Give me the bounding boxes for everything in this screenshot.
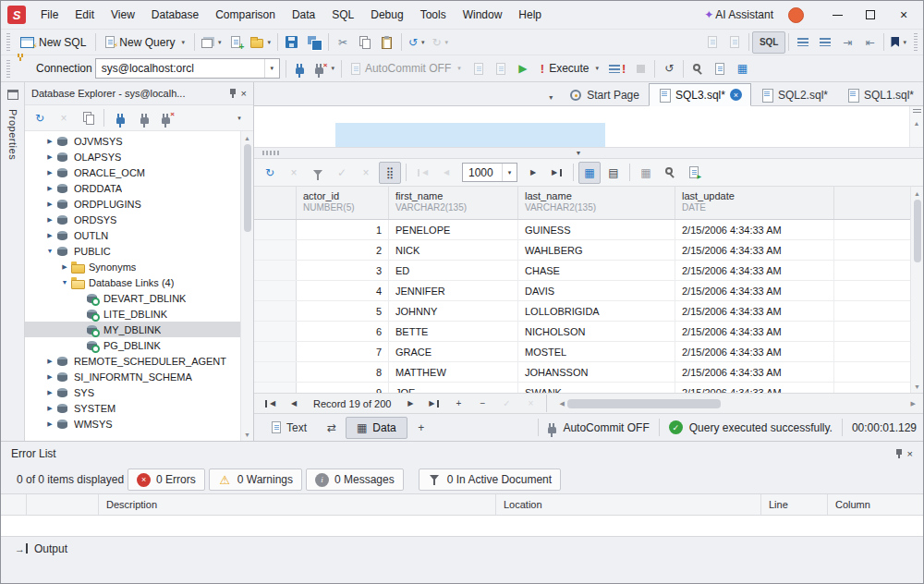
swap-view-button[interactable]: ⇄ xyxy=(321,417,343,439)
cell-actor-id[interactable]: 6 xyxy=(297,322,389,341)
rollback-button[interactable] xyxy=(490,57,512,79)
data-refresh-button[interactable]: ↻ xyxy=(259,162,281,184)
dropdown-arrow-icon[interactable]: ▾ xyxy=(595,65,599,72)
description-column[interactable]: Description xyxy=(99,494,496,515)
new-window-button[interactable]: ▾ xyxy=(198,31,225,54)
row-selector[interactable] xyxy=(254,362,297,382)
tree-item[interactable]: ▶ ORDDATA xyxy=(25,180,240,196)
toolbar-grip[interactable] xyxy=(914,33,918,51)
column-header-first-name[interactable]: first_name VARCHAR2(135) xyxy=(389,187,518,219)
splitter-grip-icon[interactable] xyxy=(262,151,279,155)
scroll-up-icon[interactable]: ▲ xyxy=(910,116,923,129)
last-record-button[interactable]: ▶ xyxy=(423,396,445,411)
cancel-edit-button[interactable]: × xyxy=(519,396,541,411)
cell-last-update[interactable]: 2/15/2006 4:34:33 AM xyxy=(675,322,834,341)
cut-button[interactable]: ✂ xyxy=(332,31,354,54)
explorer-scrollbar[interactable]: ▲ ▼ xyxy=(240,131,253,441)
cell-first-name[interactable]: GRACE xyxy=(389,342,518,361)
scroll-right-icon[interactable]: ▶ xyxy=(908,400,918,408)
tree-item[interactable]: ▶ ORDSYS xyxy=(25,212,240,227)
run-button[interactable]: ▶ xyxy=(512,57,534,79)
cell-actor-id[interactable]: 9 xyxy=(297,383,389,393)
document-tab[interactable]: SQL1.sql* × xyxy=(837,83,923,106)
dropdown-arrow-icon[interactable]: ▾ xyxy=(445,39,449,46)
document-tab[interactable]: SQL3.sql* × xyxy=(649,83,751,106)
grid-corner-cell[interactable] xyxy=(254,187,297,219)
tree-item[interactable]: MY_DBLINK xyxy=(25,322,240,337)
cell-last-name[interactable]: LOLLOBRIGIDA xyxy=(518,301,675,321)
explorer-connect-button[interactable] xyxy=(133,107,155,129)
menu-item[interactable]: SQL xyxy=(323,4,362,26)
cell-first-name[interactable]: JOHNNY xyxy=(389,301,518,321)
new-connection-button[interactable] xyxy=(289,57,311,79)
expand-arrow-icon[interactable]: ▶ xyxy=(43,389,56,396)
sql-syntax-button[interactable]: SQL xyxy=(752,31,786,54)
menu-item[interactable]: Debug xyxy=(362,4,411,26)
tab-list-dropdown-icon[interactable]: ▾ xyxy=(541,93,560,102)
expand-arrow-icon[interactable]: ▶ xyxy=(43,420,56,428)
table-row[interactable]: 6 BETTE NICHOLSON 2/15/2006 4:34:33 AM xyxy=(254,322,910,342)
expand-arrow-icon[interactable]: ▶ xyxy=(43,405,56,412)
row-selector[interactable] xyxy=(254,342,297,361)
toolbar-grip[interactable] xyxy=(6,33,10,51)
history-button[interactable]: ↺ xyxy=(658,57,680,79)
duplicate-object-button[interactable] xyxy=(77,107,99,129)
column-header-actor-id[interactable]: actor_id NUMBER(5) xyxy=(297,187,389,219)
tree-item[interactable]: PG_DBLINK xyxy=(25,337,240,353)
tree-item[interactable]: DEVART_DBLINK xyxy=(25,290,240,306)
copy-button[interactable] xyxy=(354,31,376,54)
prev-record-button[interactable]: ◀ xyxy=(283,396,305,411)
cell-last-name[interactable]: NICHOLSON xyxy=(518,322,675,341)
menu-item[interactable]: Tools xyxy=(412,4,455,26)
tree-item[interactable]: LITE_DBLINK xyxy=(25,306,240,322)
tree-item[interactable]: ▶ Synonyms xyxy=(25,259,240,274)
expand-arrow-icon[interactable]: ▼ xyxy=(43,248,56,254)
menu-item[interactable]: View xyxy=(103,4,143,26)
ai-assistant-button[interactable]: ✦ AI Assistant xyxy=(700,4,777,26)
document-tab[interactable]: Start Page × xyxy=(560,83,649,106)
next-page-button[interactable]: ▶ xyxy=(522,165,544,180)
tree-item[interactable]: ▶ SYS xyxy=(25,384,240,400)
error-icon-column[interactable] xyxy=(1,494,27,515)
expand-arrow-icon[interactable]: ▶ xyxy=(58,263,71,271)
cell-actor-id[interactable]: 8 xyxy=(297,362,389,382)
scroll-down-icon[interactable]: ▼ xyxy=(911,380,923,393)
menu-item[interactable]: Database xyxy=(143,4,207,26)
close-button[interactable]: × xyxy=(887,2,920,28)
cell-last-name[interactable]: WAHLBERG xyxy=(518,240,675,260)
pin-icon[interactable] xyxy=(894,448,904,459)
menu-item[interactable]: Comparison xyxy=(207,4,284,26)
save-all-button[interactable] xyxy=(303,31,325,54)
expand-arrow-icon[interactable]: ▶ xyxy=(43,373,56,381)
filter-toggle-button[interactable]: 0 Messages xyxy=(306,468,404,491)
account-badge-icon[interactable] xyxy=(788,7,804,23)
expand-arrow-icon[interactable]: ▶ xyxy=(43,216,56,224)
format-selection-button[interactable] xyxy=(723,31,746,54)
explorer-disconnect-button[interactable]: × xyxy=(157,107,179,129)
cell-last-name[interactable]: SWANK xyxy=(518,383,675,393)
scroll-thumb[interactable] xyxy=(914,200,921,262)
scroll-thumb[interactable] xyxy=(567,399,721,408)
cell-first-name[interactable]: MATTHEW xyxy=(389,362,518,382)
cell-last-update[interactable]: 2/15/2006 4:34:33 AM xyxy=(675,220,834,239)
cell-last-update[interactable]: 2/15/2006 4:34:33 AM xyxy=(675,240,834,260)
tree-item[interactable]: ▶ WMSYS xyxy=(25,416,240,432)
tree-item[interactable]: ▶ ORDPLUGINS xyxy=(25,196,240,212)
cell-last-update[interactable]: 2/15/2006 4:34:33 AM xyxy=(675,301,834,321)
next-record-button[interactable]: ▶ xyxy=(399,396,421,411)
add-view-button[interactable]: + xyxy=(410,417,432,439)
cell-actor-id[interactable]: 3 xyxy=(297,261,389,280)
cell-last-name[interactable]: MOSTEL xyxy=(518,342,675,361)
explorer-refresh-button[interactable]: ↻ xyxy=(29,107,51,129)
bookmarks-button[interactable]: ▾ xyxy=(887,31,910,54)
first-page-button[interactable]: ◀ xyxy=(411,165,433,180)
properties-tab[interactable]: Properties xyxy=(6,108,19,161)
expand-arrow-icon[interactable]: ▶ xyxy=(43,138,56,145)
autocommit-button[interactable]: AutoCommit OFF ▾ xyxy=(345,57,468,79)
menu-item[interactable]: Edit xyxy=(67,4,103,26)
tree-item[interactable]: ▶ OUTLN xyxy=(25,227,240,243)
splitter-collapse-icon[interactable]: ▼ xyxy=(576,150,582,156)
cell-actor-id[interactable]: 5 xyxy=(297,301,389,321)
menu-item[interactable]: Window xyxy=(455,4,511,26)
cell-last-update[interactable]: 2/15/2006 4:34:33 AM xyxy=(675,342,834,361)
